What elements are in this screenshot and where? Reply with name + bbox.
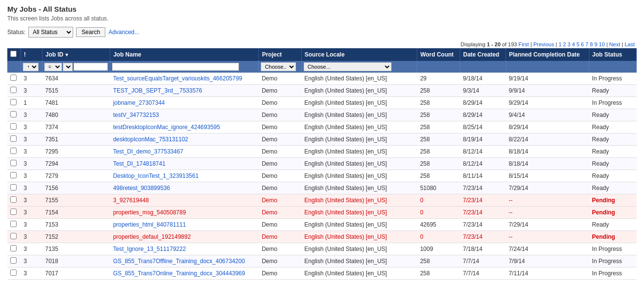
locale-filter-select[interactable]: Choose... [304, 62, 391, 71]
job-name-link[interactable]: GS_855_Trans7Offline_Training_docx_40673… [113, 258, 245, 265]
status-badge: Pending [592, 233, 615, 240]
row-checkbox[interactable] [10, 269, 17, 276]
row-check [7, 121, 21, 134]
row-checkbox[interactable] [10, 209, 17, 215]
job-name-link[interactable]: desktopIconMac_753131102 [113, 136, 188, 143]
job-name-link[interactable]: testV_347732153 [113, 112, 159, 118]
row-planned: 8/18/14 [506, 158, 589, 170]
job-name-link[interactable]: TEST_JOB_SEPT_3rd__7533576 [113, 87, 202, 94]
row-locale: English (United States) [en_US] [301, 194, 417, 207]
pagination-bar: Displaying 1 - 20 of 193 First | Previou… [7, 41, 637, 47]
row-excl: 3 [21, 158, 42, 170]
pagination-page-1[interactable]: 1 [559, 41, 562, 47]
search-button[interactable]: Search [76, 27, 105, 37]
status-badge: In Progress [592, 270, 622, 277]
row-check [7, 194, 21, 207]
pagination-page-9[interactable]: 9 [594, 41, 597, 47]
status-badge: Ready [592, 221, 609, 228]
job-name-link[interactable]: properties_msg_540508789 [113, 209, 186, 216]
advanced-link[interactable]: Advanced... [108, 29, 139, 36]
pagination-last[interactable]: Last [624, 41, 635, 47]
row-datecreated: 7/23/14 [460, 231, 506, 243]
status-badge: Ready [592, 185, 609, 191]
row-checkbox[interactable] [10, 196, 17, 203]
filter-wordcount [417, 61, 460, 73]
row-checkbox[interactable] [10, 135, 17, 142]
row-locale: English (United States) [en_US] [301, 219, 417, 231]
table-row: 3 7480 testV_347732153 Demo English (Uni… [7, 109, 637, 121]
row-checkbox[interactable] [10, 172, 17, 178]
row-checkbox[interactable] [10, 233, 17, 239]
job-name-link[interactable]: Test_DI_demo_377533467 [113, 148, 183, 155]
row-datecreated: 7/7/14 [460, 268, 506, 280]
row-project: Demo [259, 109, 301, 121]
row-excl: 3 [21, 255, 42, 268]
row-excl: 3 [21, 146, 42, 158]
pagination-page-7[interactable]: 7 [585, 41, 588, 47]
row-checkbox[interactable] [10, 257, 17, 264]
page-title: My Jobs - All Status [7, 5, 637, 13]
row-checkbox[interactable] [10, 87, 17, 93]
row-jobid: 7515 [42, 85, 110, 97]
pagination-page-4[interactable]: 4 [572, 41, 575, 47]
pagination-page-6[interactable]: 6 [581, 41, 584, 47]
job-name-link[interactable]: GS_855_Trans7Online_Training_docx_304443… [113, 270, 245, 277]
pagination-page-3[interactable]: 3 [567, 41, 570, 47]
pagination-page-5[interactable]: 5 [576, 41, 579, 47]
pagination-page-2[interactable]: 2 [563, 41, 566, 47]
row-status: In Progress [589, 243, 636, 255]
row-jobname: properties_defaul_192149892 [110, 231, 259, 243]
pagination-page-8[interactable]: 8 [590, 41, 593, 47]
row-checkbox[interactable] [10, 123, 17, 130]
row-project: Demo [259, 255, 301, 268]
row-checkbox[interactable] [10, 245, 17, 251]
jobid-filter-op2[interactable]: ▼ [63, 63, 73, 71]
row-planned: 8/29/14 [506, 121, 589, 134]
table-row: 3 7515 TEST_JOB_SEPT_3rd__7533576 Demo E… [7, 85, 637, 97]
pagination-page-10[interactable]: 10 [599, 41, 605, 47]
pagination-first[interactable]: First [519, 41, 529, 47]
row-datecreated: 9/3/14 [460, 85, 506, 97]
row-checkbox[interactable] [10, 184, 17, 191]
row-status: In Progress [589, 268, 636, 280]
job-name-link[interactable]: 3_927619448 [113, 197, 149, 204]
row-status: In Progress [589, 73, 636, 85]
row-checkbox[interactable] [10, 111, 17, 117]
pagination-next[interactable]: Next [609, 41, 621, 47]
job-name-link[interactable]: Test_DI_174818741 [113, 160, 165, 167]
excl-filter-select[interactable]: ▼ [23, 63, 39, 71]
jobid-filter-input[interactable] [74, 63, 108, 71]
row-planned: 9/19/14 [506, 73, 589, 85]
row-excl: 3 [21, 268, 42, 280]
row-checkbox[interactable] [10, 160, 17, 166]
job-name-link[interactable]: properties_defaul_192149892 [113, 233, 191, 240]
job-name-link[interactable]: testDresktopIconMac_ignore_424693595 [113, 124, 220, 131]
row-planned: -- [506, 231, 589, 243]
col-header-jobid[interactable]: Job ID▼ [42, 48, 110, 61]
job-name-link[interactable]: jobname_27307344 [113, 99, 165, 106]
row-project: Demo [259, 182, 301, 194]
row-checkbox[interactable] [10, 99, 17, 105]
job-name-link[interactable]: Test_Ignore_13_511179222 [113, 246, 186, 252]
job-name-link[interactable]: 498retest_903899536 [113, 185, 170, 191]
jobid-filter-op[interactable]: = [44, 63, 62, 71]
row-planned: 9/29/14 [506, 97, 589, 109]
job-name-link[interactable]: Test_sourceEqualsTarget_variouskits_4662… [113, 75, 242, 82]
job-name-link[interactable]: Desktop_IconTest_1_323913561 [113, 172, 198, 179]
job-name-link[interactable]: properties_html_840781111 [113, 221, 186, 228]
jobs-table: ! Job ID▼ Job Name Project Source Locale… [7, 48, 637, 280]
project-filter-select[interactable]: Choose... [261, 62, 296, 71]
row-wordcount: 29 [417, 73, 460, 85]
row-checkbox[interactable] [10, 221, 17, 227]
pagination-previous[interactable]: Previous [533, 41, 554, 47]
row-status: Ready [589, 85, 636, 97]
row-locale: English (United States) [en_US] [301, 243, 417, 255]
jobname-filter-input[interactable] [112, 63, 239, 71]
row-checkbox[interactable] [10, 75, 17, 81]
status-select[interactable]: All Status In Progress Ready Pending Com… [28, 27, 73, 38]
status-badge: In Progress [592, 246, 622, 252]
select-all-checkbox[interactable] [10, 51, 17, 57]
row-datecreated: 8/29/14 [460, 97, 506, 109]
row-checkbox[interactable] [10, 148, 17, 154]
table-row: 3 7153 properties_html_840781111 Demo En… [7, 219, 637, 231]
